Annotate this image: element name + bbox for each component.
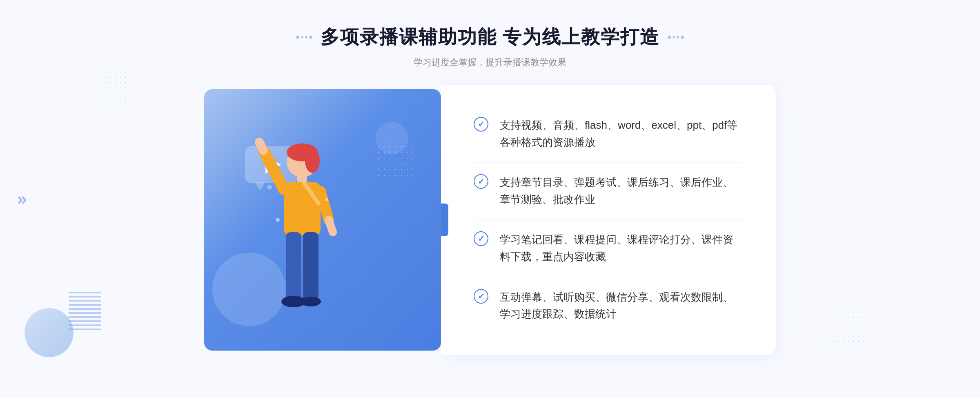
deco-dot xyxy=(677,36,679,38)
main-content: ✓ 支持视频、音频、flash、word、excel、ppt、pdf等各种格式的… xyxy=(204,85,776,355)
deco-dot xyxy=(301,36,303,38)
deco-dot xyxy=(309,36,312,39)
svg-line-9 xyxy=(329,220,333,232)
main-title: 多项录播课辅助功能 专为线上教学打造 xyxy=(321,25,660,50)
feature-text-4: 互动弹幕、试听购买、微信分享、观看次数限制、学习进度跟踪、数据统计 xyxy=(500,289,743,323)
deco-dot xyxy=(668,36,671,39)
feature-item-2: ✓ 支持章节目录、弹题考试、课后练习、课后作业、章节测验、批改作业 xyxy=(474,163,743,220)
blue-tab-decoration xyxy=(441,203,448,236)
svg-rect-10 xyxy=(286,232,301,302)
svg-point-14 xyxy=(276,218,280,222)
svg-point-15 xyxy=(325,198,328,201)
svg-line-6 xyxy=(263,150,284,189)
stripes-inner xyxy=(69,292,101,333)
dots-grid-illustration xyxy=(376,138,416,179)
stripes-decoration xyxy=(69,292,101,333)
svg-line-7 xyxy=(259,142,263,150)
header-decoration: 多项录播课辅助功能 专为线上教学打造 xyxy=(296,25,684,50)
check-mark-icon-1: ✓ xyxy=(478,120,485,128)
feature-text-3: 学习笔记回看、课程提问、课程评论打分、课件资料下载，重点内容收藏 xyxy=(500,231,743,265)
deco-dot xyxy=(305,36,307,38)
check-circle-4: ✓ xyxy=(474,289,488,304)
feature-item-4: ✓ 互动弹幕、试听购买、微信分享、观看次数限制、学习进度跟踪、数据统计 xyxy=(474,277,743,334)
check-circle-1: ✓ xyxy=(474,117,488,132)
feature-item-3: ✓ 学习笔记回看、课程提问、课程评论打分、课件资料下载，重点内容收藏 xyxy=(474,220,743,277)
deco-dot xyxy=(296,36,299,39)
chevron-icon-left: » xyxy=(17,190,27,208)
illustration-container xyxy=(204,89,441,351)
dots-decoration-bottom-right xyxy=(817,300,866,349)
svg-rect-11 xyxy=(303,232,318,302)
content-card: ✓ 支持视频、音频、flash、word、excel、ppt、pdf等各种格式的… xyxy=(441,85,776,355)
feature-item-1: ✓ 支持视频、音频、flash、word、excel、ppt、pdf等各种格式的… xyxy=(474,105,743,163)
svg-point-13 xyxy=(301,297,321,306)
dots-decoration-top-left xyxy=(84,65,133,114)
check-circle-3: ✓ xyxy=(474,231,488,246)
svg-point-16 xyxy=(267,185,272,190)
feature-text-2: 支持章节目录、弹题考试、课后练习、课后作业、章节测验、批改作业 xyxy=(500,174,743,208)
subtitle: 学习进度全掌握，提升录播课教学效果 xyxy=(296,56,684,69)
person-illustration xyxy=(237,138,368,351)
feature-text-1: 支持视频、音频、flash、word、excel、ppt、pdf等各种格式的资源… xyxy=(500,117,743,151)
page-chevron-left: » xyxy=(17,190,27,208)
check-mark-icon-4: ✓ xyxy=(478,292,485,300)
check-mark-icon-3: ✓ xyxy=(478,235,485,243)
check-circle-2: ✓ xyxy=(474,174,488,189)
deco-dot xyxy=(673,36,675,38)
svg-point-3 xyxy=(305,148,320,173)
deco-dots-left xyxy=(296,36,312,39)
check-mark-icon-2: ✓ xyxy=(478,177,485,186)
deco-dots-right xyxy=(668,36,684,39)
header-section: 多项录播课辅助功能 专为线上教学打造 学习进度全掌握，提升录播课教学效果 xyxy=(296,0,684,69)
left-circle-decoration xyxy=(24,308,74,357)
svg-line-8 xyxy=(321,191,329,220)
page-container: » 多项录播课辅助功能 专为线上教学打造 学习进度全掌握，提升录播课教学效果 xyxy=(0,0,980,398)
deco-dot xyxy=(681,36,684,39)
